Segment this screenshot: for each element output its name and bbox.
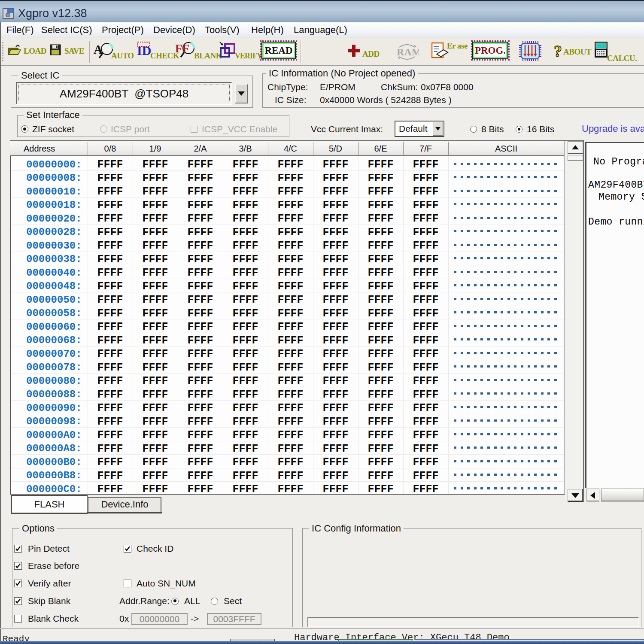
svg-text:FF: FF — [175, 42, 189, 55]
svg-text:?: ? — [554, 43, 562, 60]
svg-text:RAM: RAM — [397, 46, 419, 58]
svg-text:ID: ID — [137, 43, 151, 57]
